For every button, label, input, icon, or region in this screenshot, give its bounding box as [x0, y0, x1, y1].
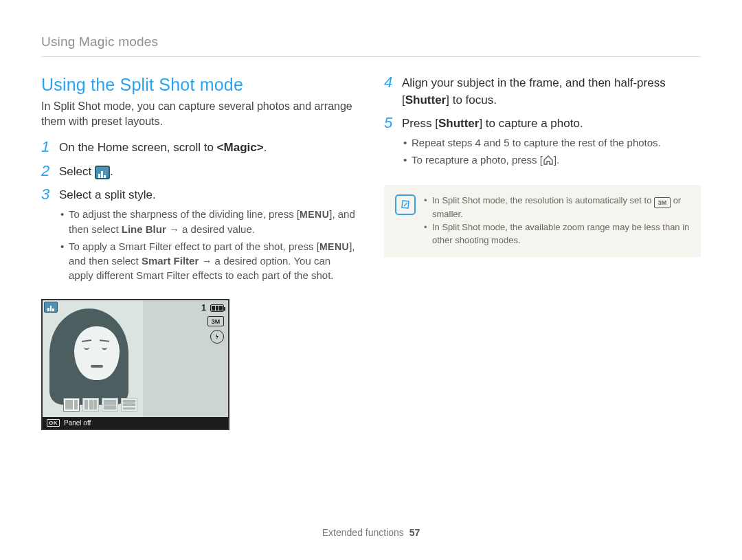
step-number: 2 — [41, 164, 49, 179]
shutter-label: Shutter — [438, 117, 480, 130]
t: To apply a Smart Filter effect to part o… — [69, 240, 319, 252]
step1-text-post: . — [264, 141, 267, 154]
split-shot-indicator-icon — [44, 302, 58, 313]
camera-lcd-preview: 1 3M O — [41, 299, 229, 430]
step3-sub1: To adjust the sharpness of the dividing … — [59, 207, 358, 236]
manual-page: Using Magic modes Using the Split Shot m… — [0, 0, 742, 560]
ok-button-icon: OK — [47, 419, 60, 427]
t: In Split Shot mode, the resolution is au… — [432, 195, 654, 205]
t: ]. — [554, 154, 559, 166]
lcd-bar-text: Panel off — [64, 419, 91, 427]
step5-sub-bullets: Repeat steps 4 and 5 to capture the rest… — [402, 133, 701, 167]
layout-option-4 — [121, 398, 137, 412]
step3-sub2: To apply a Smart Filter effect to part o… — [59, 239, 358, 283]
line-blur-label: Line Blur — [122, 223, 166, 235]
steps-list-left: 1 On the Home screen, scroll to <Magic>.… — [41, 139, 358, 289]
step5-sub2: To recapture a photo, press [ ]. — [402, 153, 701, 167]
home-button-icon — [543, 154, 554, 164]
menu-button-icon: MENU — [300, 208, 329, 222]
layout-option-1 — [63, 398, 80, 412]
t: ] to focus. — [446, 93, 497, 107]
steps-list-right: 4 Align your subject in the frame, and t… — [384, 75, 701, 174]
step-2: 2 Select . — [41, 164, 358, 185]
lcd-bottom-bar: OK Panel off — [43, 417, 228, 429]
step3-text: Select a split style. — [59, 188, 156, 201]
split-shot-mode-icon — [95, 166, 110, 179]
step-5: 5 Press [Shutter] to capture a photo. Re… — [384, 115, 701, 174]
resolution-3m-icon: 3M — [654, 197, 671, 208]
t: ] to capture a photo. — [479, 117, 583, 130]
two-column-layout: Using the Split Shot mode In Split Shot … — [41, 75, 701, 430]
step-number: 4 — [384, 75, 392, 90]
note-item-1: In Split Shot mode, the resolution is au… — [424, 194, 690, 221]
step2-text-post: . — [110, 165, 113, 178]
page-footer: Extended functions 57 — [0, 527, 742, 538]
left-column: Using the Split Shot mode In Split Shot … — [41, 75, 358, 430]
t: → a desired value. — [166, 223, 255, 235]
sample-portrait-illustration — [43, 302, 143, 405]
t: To adjust the sharpness of the dividing … — [69, 208, 300, 220]
resolution-3m-icon: 3M — [207, 316, 224, 326]
footer-page-number: 57 — [409, 527, 420, 538]
step1-bold: <Magic> — [217, 141, 264, 154]
running-head: Using Magic modes — [41, 34, 701, 57]
lcd-status-icons: 1 3M — [201, 303, 224, 344]
split-layout-options — [60, 395, 140, 414]
right-column: 4 Align your subject in the frame, and t… — [384, 75, 701, 430]
step-number: 1 — [41, 139, 49, 155]
step2-text-pre: Select — [59, 165, 95, 178]
section-title: Using the Split Shot mode — [41, 75, 358, 95]
step-number: 3 — [41, 187, 49, 202]
menu-button-icon: MENU — [319, 240, 349, 254]
section-intro: In Split Shot mode, you can capture seve… — [41, 99, 358, 128]
shutter-label: Shutter — [405, 93, 447, 107]
step5-sub1: Repeat steps 4 and 5 to capture the rest… — [402, 135, 701, 150]
shot-count: 1 — [201, 303, 206, 313]
note-list: In Split Shot mode, the resolution is au… — [424, 194, 690, 247]
step-number: 5 — [384, 115, 392, 131]
battery-icon — [210, 304, 224, 312]
footer-section: Extended functions — [322, 527, 404, 538]
lcd-screen: 1 3M — [43, 300, 228, 417]
flash-off-icon — [210, 330, 224, 344]
step-1: 1 On the Home screen, scroll to <Magic>. — [41, 139, 358, 161]
smart-filter-label: Smart Filter — [142, 255, 199, 267]
t: Press [ — [402, 117, 438, 130]
note-item-2: In Split Shot mode, the available zoom r… — [424, 221, 690, 247]
layout-option-2 — [82, 398, 99, 412]
step-4: 4 Align your subject in the frame, and t… — [384, 75, 701, 113]
layout-option-3 — [102, 398, 118, 412]
note-info-icon — [395, 194, 416, 215]
t: To recapture a photo, press [ — [412, 154, 543, 166]
note-callout: In Split Shot mode, the resolution is au… — [384, 185, 701, 257]
step-3: 3 Select a split style. To adjust the sh… — [41, 187, 358, 289]
step1-text-pre: On the Home screen, scroll to — [59, 141, 217, 154]
step3-sub-bullets: To adjust the sharpness of the dividing … — [59, 204, 358, 282]
